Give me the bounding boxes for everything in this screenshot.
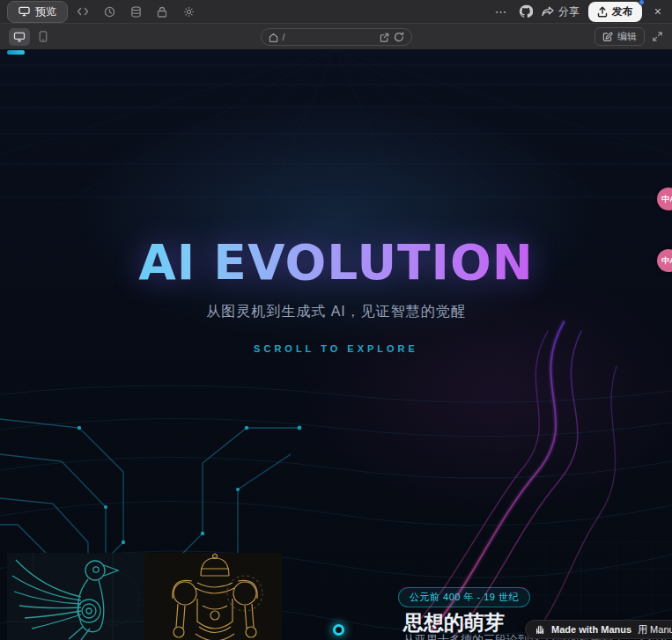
toolbar-right-group: ⋯ 分享 bbox=[493, 2, 665, 22]
viewport-right-group: 编辑 bbox=[594, 27, 663, 46]
secrets-button[interactable] bbox=[151, 3, 174, 20]
clock-icon bbox=[104, 6, 115, 18]
share-label: 分享 bbox=[558, 4, 580, 19]
app-window: 预览 bbox=[0, 0, 672, 640]
share-icon bbox=[542, 6, 554, 17]
main-toolbar: 预览 bbox=[0, 0, 672, 23]
era-badge: 公元前 400 年 - 19 世纪 bbox=[398, 587, 530, 607]
more-button[interactable]: ⋯ bbox=[493, 4, 510, 18]
gear-icon bbox=[183, 6, 195, 18]
made-with-manus-badge[interactable]: Made with Manus 用 Manus 制作 × bbox=[525, 620, 672, 639]
history-button[interactable] bbox=[98, 3, 121, 20]
preview-tab[interactable]: 预览 bbox=[7, 1, 68, 23]
github-icon bbox=[519, 4, 533, 18]
edit-icon bbox=[602, 32, 613, 42]
scroll-hint: SCROLL TO EXPLORE bbox=[0, 343, 672, 354]
publish-label: 发布 bbox=[612, 4, 633, 19]
made-with-manus-label: Made with Manus bbox=[551, 624, 631, 635]
hero-title: AI EVOLUTION bbox=[0, 234, 672, 291]
monitor-icon bbox=[13, 32, 26, 42]
edit-label: 编辑 bbox=[617, 30, 637, 43]
database-button[interactable] bbox=[124, 3, 147, 20]
home-icon[interactable] bbox=[269, 33, 278, 42]
code-button[interactable] bbox=[71, 3, 94, 20]
github-button[interactable] bbox=[519, 4, 533, 18]
mobile-view-button[interactable] bbox=[33, 28, 54, 46]
code-icon bbox=[77, 6, 89, 17]
refresh-icon[interactable] bbox=[394, 32, 404, 42]
desktop-view-button[interactable] bbox=[9, 28, 30, 46]
address-bar[interactable]: / bbox=[261, 28, 412, 46]
timeline-node bbox=[333, 624, 344, 636]
edit-button[interactable]: 编辑 bbox=[594, 27, 645, 46]
device-toggle bbox=[9, 28, 54, 46]
lock-icon bbox=[157, 6, 167, 18]
fullscreen-button[interactable] bbox=[652, 31, 663, 42]
manus-logo-icon bbox=[535, 624, 545, 635]
settings-button[interactable] bbox=[177, 3, 200, 20]
share-button[interactable]: 分享 bbox=[542, 4, 580, 19]
made-with-manus-label-zh: 用 Manus 制作 bbox=[638, 623, 672, 636]
preview-tab-label: 预览 bbox=[35, 4, 56, 19]
publish-button[interactable]: 发布 bbox=[588, 2, 642, 22]
viewport-toolbar: / 编辑 bbox=[0, 23, 672, 49]
scroll-progress-bar bbox=[7, 50, 25, 55]
phone-icon bbox=[39, 31, 48, 42]
upload-icon bbox=[597, 6, 608, 18]
hero-subtitle: 从图灵机到生成式 AI，见证智慧的觉醒 bbox=[0, 303, 672, 321]
expand-icon bbox=[652, 31, 663, 42]
site-preview[interactable]: AI EVOLUTION 从图灵机到生成式 AI，见证智慧的觉醒 SCROLL … bbox=[0, 49, 672, 640]
automaton-blueprint-image bbox=[7, 553, 282, 640]
url-path[interactable]: / bbox=[283, 32, 375, 42]
open-external-icon[interactable] bbox=[380, 33, 389, 42]
close-panel-button[interactable]: × bbox=[651, 4, 665, 18]
monitor-icon bbox=[18, 6, 30, 17]
notification-dot bbox=[639, 0, 645, 5]
database-icon bbox=[130, 6, 142, 18]
